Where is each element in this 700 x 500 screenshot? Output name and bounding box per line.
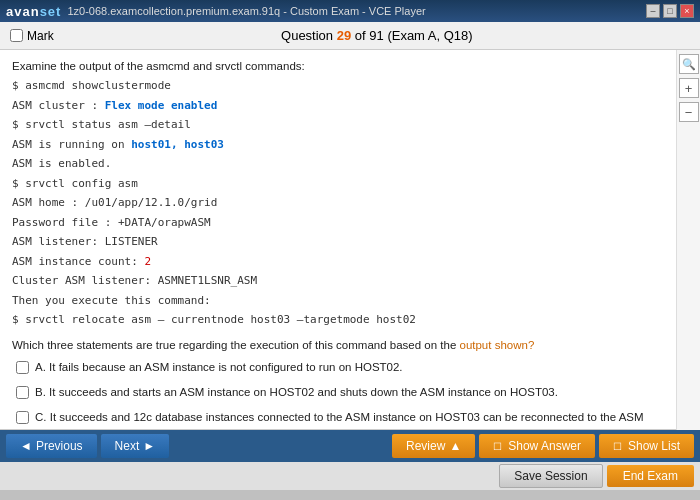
- question-total: 91: [369, 28, 383, 43]
- maximize-button[interactable]: □: [663, 4, 677, 18]
- cmd-4: ASM is running on host01, host03: [12, 137, 664, 154]
- cmd-11: Cluster ASM listener: ASMNET1LSNR_ASM: [12, 273, 664, 290]
- content-area: Examine the output of the asmcmd and srv…: [0, 50, 676, 430]
- title-bar: avanset 1z0-068.examcollection.premium.e…: [0, 0, 700, 22]
- cmd-8: Password file : +DATA/orapwASM: [12, 215, 664, 232]
- cmd-13: $ srvctl relocate asm – currentnode host…: [12, 312, 664, 329]
- cmd-3: $ srvctl status asm –detail: [12, 117, 664, 134]
- title-bar-left: avanset 1z0-068.examcollection.premium.e…: [6, 4, 426, 19]
- show-answer-check-icon: ☐: [493, 441, 502, 452]
- side-tools: 🔍 + −: [676, 50, 700, 430]
- window-controls[interactable]: – □ ×: [646, 4, 694, 18]
- label-a[interactable]: A. It fails because an ASM instance is n…: [35, 359, 403, 375]
- checkbox-a[interactable]: [16, 361, 29, 374]
- next-label: Next: [115, 439, 140, 453]
- cmd-1: $ asmcmd showclustermode: [12, 78, 664, 95]
- app-logo: avanset: [6, 4, 61, 19]
- checkbox-b[interactable]: [16, 386, 29, 399]
- question-of: of: [355, 28, 369, 43]
- answer-option-a: A. It fails because an ASM instance is n…: [12, 357, 664, 377]
- question-prompt: Which three statements are true regardin…: [12, 337, 664, 354]
- show-answer-button[interactable]: ☐ Show Answer: [479, 434, 595, 458]
- zoom-out-button[interactable]: −: [679, 102, 699, 122]
- exam-info: (Exam A, Q18): [387, 28, 472, 43]
- review-arrow-icon: ▲: [449, 439, 461, 453]
- end-exam-button[interactable]: End Exam: [607, 465, 694, 487]
- nav-bar-secondary: Save Session End Exam: [0, 462, 700, 490]
- label-b[interactable]: B. It succeeds and starts an ASM instanc…: [35, 384, 558, 400]
- close-button[interactable]: ×: [680, 4, 694, 18]
- previous-label: Previous: [36, 439, 83, 453]
- cmd-2: ASM cluster : Flex mode enabled: [12, 98, 664, 115]
- show-list-label: Show List: [628, 439, 680, 453]
- question-body: Examine the output of the asmcmd and srv…: [12, 58, 664, 430]
- cmd-10: ASM instance count: 2: [12, 254, 664, 271]
- cmd-9: ASM listener: LISTENER: [12, 234, 664, 251]
- answer-option-c: C. It succeeds and 12c database instance…: [12, 407, 664, 430]
- cmd-6: $ srvctl config asm: [12, 176, 664, 193]
- cmd-12: Then you execute this command:: [12, 293, 664, 310]
- review-label: Review: [406, 439, 445, 453]
- minimize-button[interactable]: –: [646, 4, 660, 18]
- review-button[interactable]: Review ▲: [392, 434, 475, 458]
- cmd-7: ASM home : /u01/app/12.1.0/grid: [12, 195, 664, 212]
- save-session-label: Save Session: [514, 469, 587, 483]
- question-label: Question: [281, 28, 333, 43]
- zoom-out-icon: −: [685, 105, 693, 120]
- question-intro: Examine the output of the asmcmd and srv…: [12, 58, 664, 75]
- search-button[interactable]: 🔍: [679, 54, 699, 74]
- zoom-in-button[interactable]: +: [679, 78, 699, 98]
- question-number: 29: [337, 28, 351, 43]
- header-bar: Mark Question 29 of 91 (Exam A, Q18): [0, 22, 700, 50]
- previous-button[interactable]: ◄ Previous: [6, 434, 97, 458]
- label-c[interactable]: C. It succeeds and 12c database instance…: [35, 409, 660, 430]
- window-title: 1z0-068.examcollection.premium.exam.91q …: [67, 5, 425, 17]
- search-icon: 🔍: [682, 58, 696, 71]
- nav-bar-primary: ◄ Previous Next ► Review ▲ ☐ Show Answer…: [0, 430, 700, 462]
- end-exam-label: End Exam: [623, 469, 678, 483]
- next-arrow-icon: ►: [143, 439, 155, 453]
- cmd-5: ASM is enabled.: [12, 156, 664, 173]
- checkbox-c[interactable]: [16, 411, 29, 424]
- mark-label: Mark: [27, 29, 54, 43]
- show-list-button[interactable]: ☐ Show List: [599, 434, 694, 458]
- show-list-check-icon: ☐: [613, 441, 622, 452]
- mark-checkbox[interactable]: [10, 29, 23, 42]
- mark-checkbox-container[interactable]: Mark: [10, 29, 54, 43]
- answer-option-b: B. It succeeds and starts an ASM instanc…: [12, 382, 664, 402]
- save-session-button[interactable]: Save Session: [499, 464, 602, 488]
- next-button[interactable]: Next ►: [101, 434, 170, 458]
- prev-arrow-icon: ◄: [20, 439, 32, 453]
- question-info: Question 29 of 91 (Exam A, Q18): [281, 28, 473, 43]
- zoom-in-icon: +: [685, 81, 693, 96]
- show-answer-label: Show Answer: [508, 439, 581, 453]
- content-wrapper: Examine the output of the asmcmd and srv…: [0, 50, 700, 430]
